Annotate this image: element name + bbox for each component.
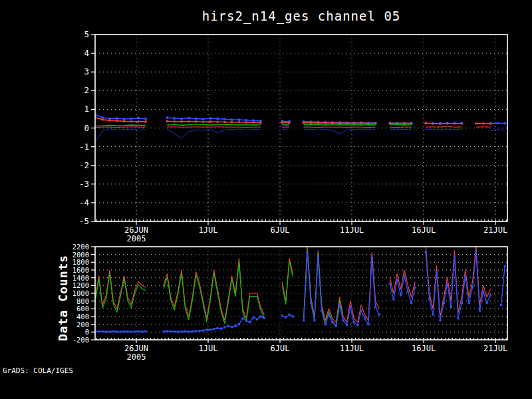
svg-text:-1: -1 (79, 142, 89, 152)
svg-text:3: 3 (84, 66, 89, 76)
svg-text:21JUL: 21JUL (483, 225, 507, 235)
panel-bottom: 2200200018001600140012001000800600400200… (72, 243, 507, 362)
svg-text:1JUL: 1JUL (199, 344, 218, 353)
svg-text:1JUL: 1JUL (199, 225, 218, 235)
svg-text:1000: 1000 (72, 289, 89, 297)
svg-text:2005: 2005 (127, 234, 146, 243)
svg-text:-5: -5 (79, 216, 89, 226)
svg-text:1600: 1600 (72, 266, 89, 274)
svg-text:0: 0 (84, 123, 89, 133)
svg-text:2005: 2005 (127, 352, 146, 362)
svg-text:-2: -2 (79, 160, 89, 170)
counts-blue (94, 251, 506, 333)
svg-text:200: 200 (76, 321, 89, 329)
svg-text:26JUN: 26JUN (124, 344, 148, 353)
svg-text:16JUL: 16JUL (412, 225, 436, 235)
mean-red-markers (94, 116, 492, 125)
svg-text:1200: 1200 (72, 281, 89, 289)
svg-text:800: 800 (76, 297, 89, 305)
svg-text:11JUL: 11JUL (340, 344, 364, 353)
series-group (94, 113, 506, 141)
series-group (94, 247, 506, 333)
svg-text:6JUL: 6JUL (271, 344, 290, 353)
svg-text:400: 400 (76, 313, 89, 321)
axis-tick-labels: 543210-1-2-3-4-526JUN20051JUL6JUL11JUL16… (79, 29, 507, 243)
svg-text:1800: 1800 (72, 258, 89, 266)
mean-blue-markers (94, 113, 506, 124)
svg-text:26JUN: 26JUN (124, 225, 148, 235)
thin-blue-line (95, 129, 505, 142)
grads-screen: hirs2_n14_ges channel 05 543210-1-2-3-4-… (0, 0, 532, 399)
svg-text:-4: -4 (79, 198, 89, 207)
thin-red-line (95, 126, 490, 127)
counts-red (95, 247, 490, 323)
svg-text:21JUL: 21JUL (483, 344, 507, 353)
charts-canvas: 543210-1-2-3-4-526JUN20051JUL6JUL11JUL16… (0, 0, 532, 399)
green-line (95, 124, 411, 126)
grads-credit: GrADS: COLA/IGES (3, 366, 73, 375)
svg-text:600: 600 (76, 305, 89, 313)
panel-top: 543210-1-2-3-4-526JUN20051JUL6JUL11JUL16… (79, 29, 507, 243)
svg-text:-3: -3 (79, 179, 89, 189)
svg-text:5: 5 (84, 29, 89, 39)
svg-text:2: 2 (84, 85, 89, 95)
grid-lines (95, 35, 507, 221)
svg-text:2200: 2200 (72, 243, 89, 251)
svg-text:0: 0 (85, 328, 89, 336)
svg-text:2000: 2000 (72, 251, 89, 259)
svg-text:6JUL: 6JUL (271, 225, 290, 235)
svg-text:-200: -200 (72, 336, 89, 344)
svg-text:1400: 1400 (72, 274, 89, 282)
svg-text:1: 1 (84, 104, 89, 114)
bottom-plot-ylabel: Data Counts (56, 239, 74, 356)
svg-text:16JUL: 16JUL (412, 344, 436, 353)
plot-frame (95, 35, 507, 221)
svg-text:11JUL: 11JUL (340, 225, 364, 235)
counts-green (95, 250, 343, 326)
axis-ticks (91, 35, 506, 225)
svg-text:4: 4 (84, 48, 89, 58)
